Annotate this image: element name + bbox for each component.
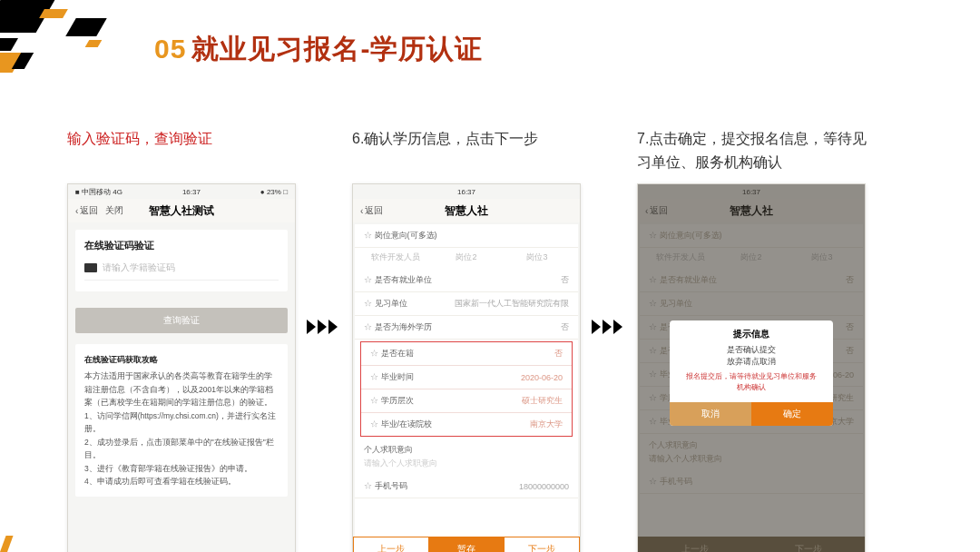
slide-heading: 就业见习报名-学历认证 [191,34,483,64]
arrow-2 [592,318,630,336]
nav-title: 智慧人社 [445,203,488,219]
dialog-warning: 报名提交后，请等待就业见习单位和服务机构确认 [670,370,833,402]
step-6-column: 6.确认学历信息，点击下一步 16:37 ‹返回 智慧人社 岗位意向(可多选) … [352,127,584,552]
svg-marker-2 [328,320,338,334]
content-row: 输入验证码，查询验证 ■ 中国移动 4G 16:37 ● 23% □ ‹返回关闭… [67,127,926,552]
position-chips: 软件开发人员 岗位2 岗位3 [355,248,578,269]
section-job-intention: 个人求职意向 [355,439,578,458]
help-title: 在线验证码获取攻略 [84,353,279,366]
status-bar: 16:37 [353,184,580,199]
field-enrolled[interactable]: 是否在籍否 [361,342,572,366]
bottom-left-accent [0,536,14,552]
battery-label: ● 23% □ [260,188,288,196]
nav-bar: ‹返回 智慧人社 [353,199,580,222]
chip-1[interactable]: 软件开发人员 [364,251,427,263]
verify-card: 在线验证码验证 请输入学籍验证码 [75,230,288,291]
dialog-message: 是否确认提交 放弃请点取消 [670,344,833,370]
chip-2[interactable]: 岗位2 [435,251,498,263]
step-5-caption: 输入验证码，查询验证 [67,127,299,174]
nav-bar: ‹返回关闭 智慧人社测试 [68,199,295,222]
nav-close[interactable]: 关闭 [105,204,123,217]
phone-3: 16:37 ‹返回 智慧人社 岗位意向(可多选) 软件开发人员岗位2岗位3 是否… [637,183,866,552]
slide-number: 05 [154,34,186,64]
nav-title: 智慧人社测试 [149,203,214,219]
field-degree[interactable]: 学历层次硕士研究生 [361,389,572,413]
card-title: 在线验证码验证 [84,239,279,252]
step-7-caption: 7.点击确定，提交报名信息，等待见习单位、服务机构确认 [637,127,869,174]
field-has-employer[interactable]: 是否有就业单位否 [355,269,578,292]
status-bar: ■ 中国移动 4G 16:37 ● 23% □ [68,184,295,199]
phone-1: ■ 中国移动 4G 16:37 ● 23% □ ‹返回关闭 智慧人社测试 在线验… [67,183,296,552]
slide-title: 05就业见习报名-学历认证 [154,31,483,68]
field-phone[interactable]: 手机号码18000000000 [355,475,578,498]
step-6-caption: 6.确认学历信息，点击下一步 [352,127,584,174]
step-5-column: 输入验证码，查询验证 ■ 中国移动 4G 16:37 ● 23% □ ‹返回关闭… [67,127,299,552]
svg-marker-3 [592,320,601,334]
verify-button[interactable]: 查询验证 [75,308,288,333]
next-button[interactable]: 下一步 [504,537,580,552]
code-placeholder: 请输入学籍验证码 [103,261,175,274]
field-overseas[interactable]: 是否为海外学历否 [355,316,578,340]
field-positions[interactable]: 岗位意向(可多选) [355,224,578,248]
carrier-label: ■ 中国移动 4G [75,187,122,197]
field-graduate-date[interactable]: 毕业时间2020-06-20 [361,366,572,389]
svg-marker-5 [613,320,622,334]
prev-button[interactable]: 上一步 [353,537,429,552]
help-card: 在线验证码获取攻略 本方法适用于国家承认的各类高等教育在籍学生的学籍注册信息（不… [75,344,288,497]
help-body: 本方法适用于国家承认的各类高等教育在籍学生的学籍注册信息（不含自考），以及200… [84,370,279,488]
corner-decoration [0,0,127,82]
arrow-1 [307,318,345,336]
step-7-column: 7.点击确定，提交报名信息，等待见习单位、服务机构确认 16:37 ‹返回 智慧… [637,127,869,552]
phone-2: 16:37 ‹返回 智慧人社 岗位意向(可多选) 软件开发人员 岗位2 岗位3 … [352,183,581,552]
svg-marker-1 [318,320,327,334]
field-school[interactable]: 毕业/在读院校南京大学 [361,413,572,436]
modal-overlay: 提示信息 是否确认提交 放弃请点取消 报名提交后，请等待就业见习单位和服务机构确… [638,184,865,552]
save-button[interactable]: 暂存 [429,537,504,552]
chip-3[interactable]: 岗位3 [505,251,569,263]
status-time: 16:37 [182,188,201,196]
job-intention-placeholder[interactable]: 请输入个人求职意向 [355,458,578,475]
nav-back[interactable]: ‹返回关闭 [75,204,123,217]
confirm-dialog: 提示信息 是否确认提交 放弃请点取消 报名提交后，请等待就业见习单位和服务机构确… [670,320,833,426]
code-input-row[interactable]: 请输入学籍验证码 [84,261,279,281]
status-time: 16:37 [457,188,475,196]
highlighted-education-box: 是否在籍否 毕业时间2020-06-20 学历层次硕士研究生 毕业/在读院校南京… [360,341,573,437]
form-body: 岗位意向(可多选) 软件开发人员 岗位2 岗位3 是否有就业单位否 见习单位国家… [355,224,578,537]
field-internship-unit[interactable]: 见习单位国家新一代人工智能研究院有限 [355,292,578,316]
dialog-cancel-button[interactable]: 取消 [670,402,751,426]
svg-marker-0 [307,320,316,334]
dialog-title: 提示信息 [670,320,833,344]
svg-marker-4 [603,320,612,334]
id-card-icon [84,263,97,272]
nav-back[interactable]: ‹返回 [360,204,383,217]
dialog-ok-button[interactable]: 确定 [751,402,833,426]
form-footer: 上一步 暂存 下一步 [353,537,580,552]
